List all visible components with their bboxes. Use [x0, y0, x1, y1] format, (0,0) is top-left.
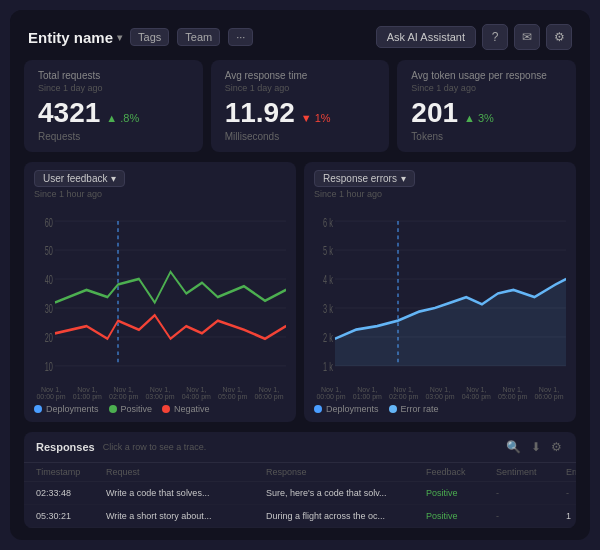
response-errors-chart-area: 6 k 5 k 4 k 3 k 2 k 1 k: [314, 203, 566, 384]
response-errors-dropdown[interactable]: Response errors ▾: [314, 170, 415, 187]
cell-request-0: Write a code that solves...: [106, 488, 266, 498]
legend-label-error-rate: Error rate: [401, 404, 439, 414]
help-icon-button[interactable]: ?: [482, 24, 508, 50]
response-errors-since: Since 1 hour ago: [314, 189, 566, 199]
header: Entity name ▾ Tags Team ··· Ask AI Assis…: [10, 10, 590, 60]
table-row[interactable]: 02:33:48 Write a code that solves... Sur…: [24, 482, 576, 505]
tags-button[interactable]: Tags: [130, 28, 169, 46]
response-errors-chart: Response errors ▾ Since 1 hour ago 6 k 5…: [304, 162, 576, 422]
cell-sentiment-0: -: [496, 488, 566, 498]
svg-text:30: 30: [45, 302, 53, 315]
legend-deployments: Deployments: [34, 404, 99, 414]
stat-label-requests: Requests: [38, 131, 189, 142]
response-errors-svg: 6 k 5 k 4 k 3 k 2 k 1 k: [314, 203, 566, 384]
response-errors-legend: Deployments Error rate: [314, 404, 566, 414]
col-timestamp: Timestamp: [36, 467, 106, 477]
stat-value-row-response: 11.92 ▼ 1%: [225, 99, 376, 127]
responses-table: Responses Click a row to see a trace. 🔍 …: [24, 432, 576, 528]
legend-dot-error-rate: [389, 405, 397, 413]
x-label: Nov 1,06:00 pm: [254, 386, 284, 400]
x-label: Nov 1,00:00 pm: [316, 386, 346, 400]
legend-dot-deployments: [34, 405, 42, 413]
search-button[interactable]: 🔍: [504, 438, 523, 456]
table-settings-button[interactable]: ⚙: [549, 438, 564, 456]
x-label: Nov 1,05:00 pm: [218, 386, 248, 400]
table-title: Responses: [36, 441, 95, 453]
stat-subtitle-tokens: Since 1 day ago: [411, 83, 562, 93]
svg-marker-26: [335, 279, 566, 366]
col-response: Response: [266, 467, 426, 477]
x-label: Nov 1,04:00 pm: [461, 386, 491, 400]
col-sentiment: Sentiment: [496, 467, 566, 477]
more-button[interactable]: ···: [228, 28, 253, 46]
x-label: Nov 1,06:00 pm: [534, 386, 564, 400]
stat-card-requests: Total requests Since 1 day ago 4321 ▲ .8…: [24, 60, 203, 152]
user-feedback-dropdown[interactable]: User feedback ▾: [34, 170, 125, 187]
x-label: Nov 1,01:00 pm: [72, 386, 102, 400]
question-icon: ?: [492, 30, 499, 44]
stat-subtitle-requests: Since 1 day ago: [38, 83, 189, 93]
svg-text:6 k: 6 k: [323, 216, 333, 229]
stat-change-tokens: ▲ 3%: [464, 112, 494, 124]
team-button[interactable]: Team: [177, 28, 220, 46]
settings-icon: ⚙: [554, 30, 565, 44]
legend-positive: Positive: [109, 404, 153, 414]
stat-value-row-tokens: 201 ▲ 3%: [411, 99, 562, 127]
col-feedback: Feedback: [426, 467, 496, 477]
stat-title-tokens: Avg token usage per response: [411, 70, 562, 81]
svg-text:60: 60: [45, 216, 53, 229]
stat-subtitle-response: Since 1 day ago: [225, 83, 376, 93]
col-errors: Errors: [566, 467, 576, 477]
x-label: Nov 1,05:00 pm: [498, 386, 528, 400]
header-left: Entity name ▾ Tags Team ···: [28, 28, 253, 46]
user-feedback-header: User feedback ▾: [34, 170, 286, 187]
mail-icon-button[interactable]: ✉: [514, 24, 540, 50]
x-label: Nov 1,03:00 pm: [425, 386, 455, 400]
stat-change-response: ▼ 1%: [301, 112, 331, 124]
cell-sentiment-1: -: [496, 511, 566, 521]
table-gear-icon: ⚙: [551, 440, 562, 454]
settings-icon-button[interactable]: ⚙: [546, 24, 572, 50]
legend-label-negative: Negative: [174, 404, 210, 414]
x-label: Nov 1,04:00 pm: [181, 386, 211, 400]
response-errors-x-labels: Nov 1,00:00 pm Nov 1,01:00 pm Nov 1,02:0…: [314, 386, 566, 400]
svg-text:3 k: 3 k: [323, 302, 333, 315]
stat-change-requests: ▲ .8%: [106, 112, 139, 124]
cell-feedback-0: Positive: [426, 488, 496, 498]
cell-response-1: During a flight across the oc...: [266, 511, 426, 521]
stat-card-response-time: Avg response time Since 1 day ago 11.92 …: [211, 60, 390, 152]
user-feedback-chart-area: 60 50 40 30 20 10: [34, 203, 286, 384]
svg-text:1 k: 1 k: [323, 360, 333, 373]
chevron-down-icon: ▾: [117, 32, 122, 43]
stat-card-tokens: Avg token usage per response Since 1 day…: [397, 60, 576, 152]
charts-row: User feedback ▾ Since 1 hour ago 60 50: [10, 162, 590, 432]
download-button[interactable]: ⬇: [529, 438, 543, 456]
svg-text:10: 10: [45, 360, 53, 373]
table-row[interactable]: 05:30:21 Write a short story about... Du…: [24, 505, 576, 528]
cell-errors-0: -: [566, 488, 576, 498]
legend-error-rate: Error rate: [389, 404, 439, 414]
cell-feedback-1: Positive: [426, 511, 496, 521]
stat-title-response: Avg response time: [225, 70, 376, 81]
response-errors-header: Response errors ▾: [314, 170, 566, 187]
svg-text:4 k: 4 k: [323, 273, 333, 286]
entity-name-button[interactable]: Entity name ▾: [28, 29, 122, 46]
header-right: Ask AI Assistant ? ✉ ⚙: [376, 24, 572, 50]
user-feedback-chevron: ▾: [111, 173, 116, 184]
svg-text:5 k: 5 k: [323, 244, 333, 257]
cell-errors-1: 1: [566, 511, 576, 521]
search-icon: 🔍: [506, 440, 521, 454]
svg-text:40: 40: [45, 273, 53, 286]
stat-label-tokens: Tokens: [411, 131, 562, 142]
svg-text:20: 20: [45, 331, 53, 344]
x-label: Nov 1,02:00 pm: [389, 386, 419, 400]
legend-deployments-2: Deployments: [314, 404, 379, 414]
stat-value-response: 11.92: [225, 99, 295, 127]
legend-dot-negative: [162, 405, 170, 413]
ai-assistant-button[interactable]: Ask AI Assistant: [376, 26, 476, 48]
cell-timestamp-0: 02:33:48: [36, 488, 106, 498]
table-hint: Click a row to see a trace.: [103, 442, 504, 452]
cell-timestamp-1: 05:30:21: [36, 511, 106, 521]
svg-text:50: 50: [45, 244, 53, 257]
legend-dot-deployments-2: [314, 405, 322, 413]
